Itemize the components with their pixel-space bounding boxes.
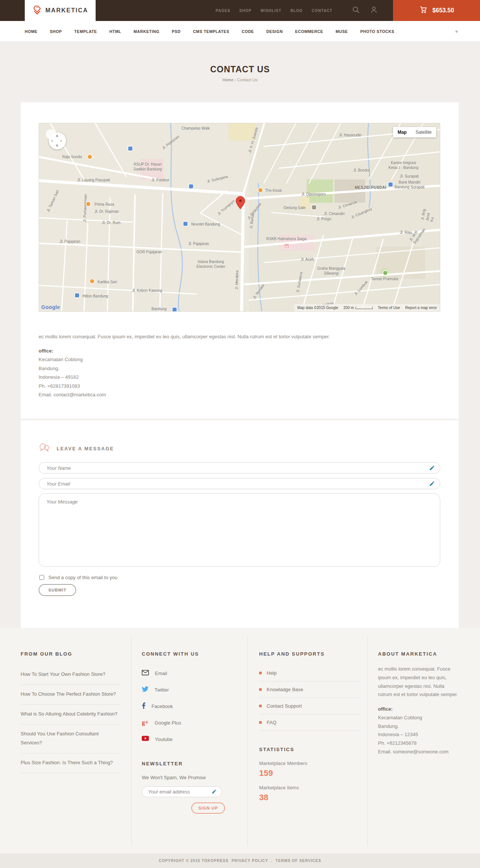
- send-copy-checkbox[interactable]: [39, 575, 44, 580]
- map-label: Jl. Pajajaran: [188, 242, 209, 247]
- restaurant-poi-icon: [90, 279, 94, 283]
- pan-down-icon[interactable]: ˅: [56, 143, 58, 148]
- privacy-policy-link[interactable]: PRIVACY POLICY: [231, 859, 268, 863]
- name-input[interactable]: [39, 462, 440, 474]
- google-map[interactable]: Champelas WalkJl. HasanudinJl. Pelesiran…: [39, 123, 440, 312]
- top-nav-link[interactable]: WISHLIST: [261, 9, 282, 13]
- pan-left-icon[interactable]: ‹: [51, 138, 53, 143]
- pen-icon: [429, 465, 435, 471]
- map-attribution: Map data ©2015 Google 200 m Terms of Use…: [294, 304, 440, 311]
- connect-twitter-link[interactable]: Twitter: [142, 681, 241, 698]
- terms-of-use-link[interactable]: Terms of Use: [378, 306, 400, 310]
- map-label: Jl. Riau: [400, 230, 412, 235]
- newsletter-heading: NEWSLETTER: [142, 761, 241, 766]
- map-label: GOR Pajajaran: [136, 250, 162, 255]
- main-nav-link[interactable]: MUSE: [336, 29, 348, 34]
- main-nav-link[interactable]: CMS TEMPLATES: [193, 29, 230, 34]
- address-line: Email. contact@marketica.com: [39, 390, 106, 399]
- newsletter-block: NEWSLETTER We Won't Spam, We Promise SIG…: [142, 761, 241, 814]
- statistic-label: Marketplace Items: [259, 785, 360, 790]
- cart-total: $653.50: [432, 7, 454, 14]
- map-label: Bank Mandiri Bandung Surapati: [394, 180, 424, 190]
- help-link[interactable]: Help: [259, 665, 360, 681]
- square-bullet-icon: [259, 705, 262, 707]
- main-nav-link[interactable]: SHOP: [50, 29, 62, 34]
- cart-icon: [419, 5, 428, 16]
- blog-post-link[interactable]: How To Choose The Perfect Fashion Store?: [21, 685, 121, 705]
- blog-post-link[interactable]: How To Start Your Own Fashion Store?: [21, 665, 121, 685]
- map-pan-control[interactable]: ˄ ˅ ‹ ›: [49, 132, 66, 149]
- address-line: Ph. +6212345678: [378, 739, 459, 748]
- map-label: Istana Bandung Electronic Center: [196, 260, 225, 269]
- search-icon[interactable]: [352, 6, 360, 15]
- pan-right-icon[interactable]: ›: [60, 138, 62, 143]
- account-icon[interactable]: [370, 6, 378, 15]
- help-link[interactable]: Knowladge Base: [259, 681, 360, 698]
- cart-button[interactable]: $653.50: [393, 0, 480, 21]
- map-label: Hilton Bandung: [82, 294, 108, 299]
- map-label: Jl. Aceh: [301, 257, 314, 262]
- statistic-item: Marketplace Items 38: [259, 785, 360, 802]
- header-icons: [352, 0, 378, 21]
- blog-post-link[interactable]: Plus Size Fashion: Is There Such a Thing…: [21, 753, 121, 773]
- help-link[interactable]: FAQ: [259, 714, 360, 731]
- map-marker-icon[interactable]: [236, 196, 245, 209]
- main-nav-link[interactable]: PSD: [172, 29, 180, 34]
- help-link[interactable]: Contact Support: [259, 698, 360, 714]
- newsletter-email-input[interactable]: [142, 786, 222, 797]
- connect-youtube-link[interactable]: Youtube: [142, 731, 241, 747]
- transit-poi-icon: [189, 184, 193, 188]
- main-nav-link[interactable]: DESIGN: [266, 29, 283, 34]
- email-input[interactable]: [39, 478, 440, 489]
- map-label: Jl. Cimandiri: [324, 212, 345, 217]
- main-nav-link[interactable]: HOME: [25, 29, 38, 34]
- brand-logo[interactable]: MARKETICA: [25, 0, 96, 21]
- address-line: Bandung.: [378, 722, 459, 731]
- footer-divider: [368, 635, 368, 846]
- top-header: MARKETICA PAGESSHOPWISHLISTBLOGCONTACT: [0, 0, 480, 21]
- submit-button[interactable]: SUBMIT: [39, 584, 76, 596]
- square-bullet-icon: [259, 721, 262, 724]
- terms-of-services-link[interactable]: TERMS OF SERVICES: [276, 859, 321, 863]
- address-line: Kecamatan Coblong: [39, 355, 106, 364]
- main-nav-link[interactable]: CODE: [242, 29, 254, 34]
- breadcrumb-home-link[interactable]: Home: [222, 78, 233, 82]
- top-nav-link[interactable]: CONTACT: [312, 9, 332, 13]
- statistic-value: 38: [259, 793, 360, 802]
- main-nav-link[interactable]: HTML: [110, 29, 122, 34]
- footer-divider: [248, 635, 248, 846]
- main-nav-link[interactable]: MARKETING: [134, 29, 159, 34]
- address-line: Email. someone@someone.com: [378, 748, 459, 756]
- message-form-card: LEAVE A MESSAGE Send a copy of this emai…: [21, 420, 459, 628]
- top-nav-link[interactable]: SHOP: [239, 9, 251, 13]
- connect-facebook-link[interactable]: Facebook: [142, 698, 241, 714]
- message-textarea[interactable]: [39, 493, 440, 567]
- copyright-text: COPYRIGHT © 2015 TOKOPRESS: [159, 859, 228, 863]
- connect-email-link[interactable]: Email: [142, 665, 241, 681]
- top-nav-link[interactable]: BLOG: [290, 9, 303, 13]
- main-nav-link[interactable]: ECOMMERCE: [295, 29, 323, 34]
- map-label: JI. Surapati: [400, 174, 419, 179]
- email-icon: [142, 670, 149, 677]
- blog-post-link[interactable]: What is So Alluring About Celebrity Fash…: [21, 705, 121, 725]
- map-view-button[interactable]: Map: [393, 127, 411, 137]
- breadcrumb-separator: ›: [235, 78, 236, 82]
- map-label: Jl. Layang Pasupati: [77, 178, 110, 183]
- statistic-item: Marketplace Members 159: [259, 760, 360, 778]
- statistics-block: STATISTICS Marketplace Members 159 Marke…: [259, 747, 360, 802]
- satellite-view-button[interactable]: Satellite: [411, 127, 436, 137]
- blog-post-link[interactable]: Should You Use Fashion Consultant Servic…: [21, 725, 121, 753]
- main-nav-link[interactable]: TEMPLATE: [74, 29, 97, 34]
- pan-up-icon[interactable]: ˄: [56, 134, 58, 138]
- map-label: Jl. Progo: [316, 217, 331, 222]
- map-label: Jl. Brig Jend Ka: [420, 207, 436, 222]
- copyright-separator: .: [271, 859, 273, 863]
- chevron-down-icon[interactable]: »: [454, 30, 460, 33]
- top-nav-link[interactable]: PAGES: [216, 9, 230, 13]
- report-map-error-link[interactable]: Report a map error: [405, 306, 437, 310]
- connect-googleplus-link[interactable]: g+ Google Plus: [142, 714, 241, 731]
- copyright-bar: COPYRIGHT © 2015 TOKOPRESS PRIVACY POLIC…: [0, 853, 480, 868]
- signup-button[interactable]: SIGN UP: [191, 802, 225, 814]
- main-nav-link[interactable]: PHOTO STOCKS: [360, 29, 394, 34]
- map-address-card: Champelas WalkJl. HasanudinJl. Pelesiran…: [21, 102, 459, 419]
